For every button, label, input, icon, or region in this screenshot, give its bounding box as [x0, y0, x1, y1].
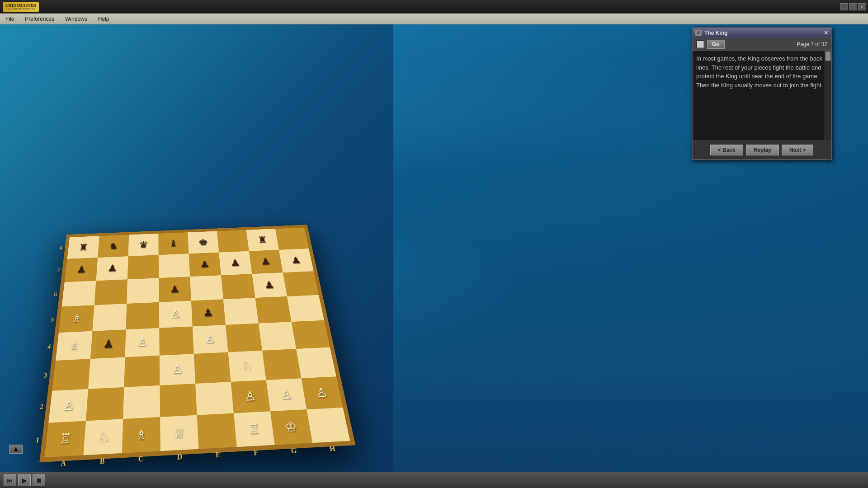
panel-text: In most games, the King observes from th…: [696, 54, 827, 89]
square-a1[interactable]: ♖: [45, 421, 86, 457]
piece-g2: ♙: [279, 388, 292, 401]
file-c: C: [138, 455, 144, 463]
square-b1[interactable]: ♘: [83, 419, 123, 455]
piece-e8: ♚: [198, 238, 208, 246]
replay-button[interactable]: Replay: [746, 145, 779, 155]
panel-toolbar: Go Page 7 of 32: [693, 38, 831, 51]
square-a8[interactable]: ♜: [67, 236, 99, 259]
square-e7[interactable]: ♟: [189, 253, 221, 277]
square-b7[interactable]: ♟: [96, 256, 128, 281]
square-f7[interactable]: ♟: [219, 251, 252, 275]
square-d5[interactable]: ♙: [159, 300, 193, 328]
titlebar-left: CHESSMASTER GRANDMASTER EDITION: [0, 2, 39, 12]
square-g7[interactable]: ♟: [249, 250, 283, 274]
square-d8[interactable]: ♝: [158, 232, 189, 255]
panel-titlebar: ♔ The King ✕: [693, 28, 831, 38]
square-b4[interactable]: ♟: [90, 329, 126, 359]
square-c2[interactable]: [123, 385, 160, 419]
toolbar-stop-button[interactable]: ⏹: [33, 474, 45, 486]
square-c1[interactable]: ♗: [122, 417, 160, 453]
next-button[interactable]: Next >: [782, 145, 813, 155]
square-d3[interactable]: ♙: [160, 354, 195, 385]
rank-1: 1: [35, 436, 40, 445]
square-g8[interactable]: ♜: [246, 229, 279, 251]
minimize-button[interactable]: ─: [840, 3, 848, 10]
menu-preferences[interactable]: Preferences: [19, 14, 60, 24]
square-c4[interactable]: ♙: [125, 328, 160, 357]
square-c7[interactable]: [127, 255, 159, 279]
square-g3[interactable]: [262, 349, 301, 380]
square-h3[interactable]: [296, 347, 336, 378]
square-b8[interactable]: ♞: [98, 235, 129, 258]
square-h1[interactable]: [307, 408, 350, 443]
go-checkbox[interactable]: [696, 40, 704, 48]
menu-file[interactable]: File: [0, 14, 19, 24]
square-f3[interactable]: ♘: [228, 351, 266, 382]
square-a7[interactable]: ♟: [65, 258, 98, 282]
square-e8[interactable]: ♚: [188, 231, 219, 253]
file-b: B: [99, 457, 105, 466]
close-button[interactable]: ✕: [858, 3, 866, 10]
square-g6[interactable]: ♟: [252, 272, 287, 298]
square-e6[interactable]: [190, 275, 223, 301]
toolbar-play-button[interactable]: ▶: [18, 474, 31, 486]
square-d1[interactable]: ♕: [160, 415, 198, 451]
square-b2[interactable]: [86, 387, 124, 421]
square-d6[interactable]: ♟: [159, 277, 191, 302]
piece-d6: ♟: [170, 284, 180, 294]
square-e1[interactable]: [197, 413, 237, 449]
square-h4[interactable]: [292, 320, 330, 349]
back-button[interactable]: < Back: [710, 145, 743, 155]
menu-windows[interactable]: Windows: [60, 14, 93, 24]
piece-a5: ♗: [71, 313, 82, 324]
square-h5[interactable]: [287, 295, 324, 322]
square-b5[interactable]: [92, 304, 127, 331]
square-e5[interactable]: ♟: [191, 299, 226, 326]
menu-help[interactable]: Help: [93, 14, 115, 24]
square-c6[interactable]: [127, 278, 159, 304]
piece-h2: ♙: [315, 386, 329, 399]
square-g4[interactable]: [259, 322, 296, 351]
square-a4[interactable]: ♗: [56, 331, 92, 361]
square-d7[interactable]: [159, 254, 190, 278]
panel-close-button[interactable]: ✕: [824, 30, 828, 36]
square-c8[interactable]: ♛: [128, 234, 159, 256]
go-button[interactable]: Go: [707, 40, 725, 49]
square-d4[interactable]: [159, 326, 194, 356]
square-f2[interactable]: ♙: [231, 380, 270, 413]
square-b3[interactable]: [88, 357, 125, 389]
square-c3[interactable]: [124, 356, 160, 387]
content-scrollbar[interactable]: [825, 51, 831, 141]
file-f: F: [253, 449, 259, 457]
square-g1[interactable]: ♔: [270, 409, 312, 445]
square-e3[interactable]: [194, 352, 231, 384]
square-e2[interactable]: [195, 382, 234, 415]
square-a2[interactable]: ♙: [48, 389, 88, 422]
piece-g6: ♟: [264, 280, 275, 290]
square-f6[interactable]: [221, 274, 255, 299]
square-a6[interactable]: [62, 281, 96, 306]
rank-8: 8: [60, 246, 63, 251]
square-h8[interactable]: [275, 228, 309, 250]
maximize-button[interactable]: □: [849, 3, 857, 10]
square-f4[interactable]: [226, 324, 262, 352]
scroll-up-button[interactable]: ▲: [9, 445, 23, 454]
square-d2[interactable]: [160, 383, 197, 417]
square-a5[interactable]: ♗: [59, 305, 94, 333]
square-e4[interactable]: ♙: [193, 325, 228, 354]
square-g2[interactable]: ♙: [266, 378, 307, 411]
toolbar-prev-button[interactable]: ⏮: [4, 474, 16, 486]
logo-text: CHESSMASTER: [5, 3, 36, 8]
square-g5[interactable]: [255, 296, 291, 324]
perspective-board: 8 7 6 5 4 3 2 1 A B C D E F G: [27, 146, 371, 454]
piece-a1: ♖: [59, 432, 72, 446]
square-h2[interactable]: ♙: [301, 376, 343, 409]
square-h7[interactable]: ♟: [279, 249, 314, 272]
square-h6[interactable]: [283, 271, 319, 296]
square-f8[interactable]: [217, 230, 249, 253]
square-b6[interactable]: [94, 279, 127, 305]
square-f5[interactable]: [223, 298, 259, 325]
square-f1[interactable]: ♖: [234, 411, 275, 447]
square-c5[interactable]: [126, 302, 159, 330]
square-a3[interactable]: [52, 359, 90, 390]
